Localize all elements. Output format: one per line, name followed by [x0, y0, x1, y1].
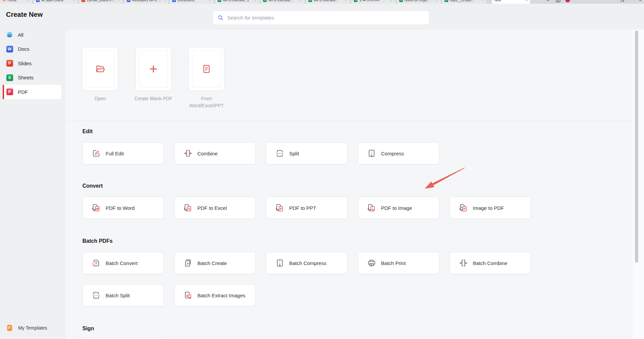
search-icon: [218, 15, 224, 21]
svg-text:S: S: [188, 207, 190, 211]
section-row: [82, 337, 553, 339]
image-to-pdf-button[interactable]: PImage to PDF: [450, 197, 531, 219]
section-row: Batch ConvertPBatch CreateBatch Compress…: [82, 252, 553, 306]
sidebar-item-slides[interactable]: PSlides: [0, 56, 66, 71]
sidebar-item-label: Sheets: [18, 75, 34, 80]
page-title: Create New: [6, 11, 43, 18]
action-button-partial[interactable]: [82, 337, 164, 339]
window-tab[interactable]: SWPS Oversea...⌄: [261, 0, 304, 4]
window-tab[interactable]: S文单 (16).xlsx⌄: [351, 0, 395, 4]
chevron-down-icon: ⌄: [481, 0, 484, 2]
combine-button[interactable]: Combine: [174, 142, 256, 164]
sidebar-item-pdf[interactable]: PPDF: [3, 85, 62, 99]
batch-print-icon: [367, 259, 376, 267]
pdf-to-excel-button[interactable]: SPDF to Excel: [174, 197, 256, 219]
tab-label: WPS Oversea...1: [223, 0, 252, 2]
chevron-down-icon: ⌄: [345, 0, 347, 2]
chevron-down-icon: ⌄: [299, 0, 302, 2]
create-card-create-blank-pdf[interactable]: [136, 47, 171, 91]
window-tab[interactable]: SWPS Oversea...⌄: [306, 0, 350, 4]
create-card-open[interactable]: [82, 47, 118, 91]
action-button-label: PDF to Image: [381, 205, 412, 211]
batch-convert-button[interactable]: Batch Convert: [82, 252, 164, 274]
pdf-to-ppt-icon: P: [275, 203, 284, 212]
batch-print-button[interactable]: Batch Print: [358, 252, 439, 274]
scrollbar-thumb[interactable]: [635, 31, 638, 263]
section-title: Convert: [82, 183, 626, 189]
section-convert: ConvertWPDF to WordSPDF to ExcelPPDF to …: [82, 183, 626, 219]
pdf-to-excel-icon: S: [184, 203, 192, 212]
split-button[interactable]: Split: [266, 142, 347, 164]
chevron-down-icon: ⌄: [209, 0, 211, 2]
window-tab[interactable]: SWPS Oversea...1⌄: [215, 0, 259, 4]
tab-label: New: [494, 0, 524, 2]
sidebar-item-sheets[interactable]: SSheets: [0, 71, 66, 85]
section-divider: [66, 120, 633, 121]
action-button-label: Batch Extract Images: [197, 293, 245, 298]
sidebar-item-my-templates[interactable]: My Templates: [6, 324, 47, 332]
sheets-badge-icon: S: [263, 0, 267, 2]
create-card-label: Open: [81, 95, 119, 102]
window-tab[interactable]: New×: [492, 0, 530, 4]
sidebar-item-all[interactable]: All: [0, 28, 66, 42]
search-input[interactable]: [227, 14, 424, 21]
window-close-button[interactable]: ×: [637, 0, 644, 4]
user-avatar[interactable]: [564, 0, 571, 4]
batch-extract-images-button[interactable]: Batch Extract Images: [174, 284, 256, 306]
window-tab[interactable]: Shttps__cs.wps...⌄: [442, 0, 486, 4]
window-tab[interactable]: WHome⌄: [0, 0, 32, 4]
create-new-panel: OpenCreate Blank PDFFrom Word/Excel/PPT …: [66, 30, 633, 339]
tab-label: Home: [7, 0, 25, 2]
action-button-label: Batch Create: [197, 260, 227, 266]
pdf-to-ppt-button[interactable]: PPDF to PPT: [266, 197, 347, 219]
all-icon: [6, 31, 13, 38]
window-tab[interactable]: PLuchler_brand Pro...⌄: [79, 0, 123, 4]
tab-label: AI Spell Check: [41, 0, 71, 2]
sheets-badge-icon: S: [445, 0, 448, 2]
window-tab[interactable]: WRevisado1 WPS O...⌄: [124, 0, 168, 4]
batch-create-button[interactable]: PBatch Create: [174, 252, 256, 274]
docs-badge-icon: W: [127, 0, 130, 2]
apps-grid-icon[interactable]: [554, 0, 562, 4]
create-card-from-word-excel-ppt[interactable]: [189, 47, 224, 91]
chevron-down-icon: ⌄: [254, 0, 257, 2]
scrollbar-track[interactable]: [633, 30, 644, 339]
chevron-down-icon: ⌄: [390, 0, 393, 2]
compress-icon: [367, 149, 376, 158]
sidebar-item-docs[interactable]: WDocs: [0, 42, 66, 57]
section-batch-pdfs: Batch PDFsBatch ConvertPBatch CreateBatc…: [82, 238, 626, 306]
full-edit-icon: [92, 149, 101, 158]
pdf-to-word-icon: W: [92, 203, 101, 212]
batch-split-button[interactable]: Batch Split: [82, 284, 164, 306]
open-folder-icon: [95, 64, 105, 74]
full-edit-button[interactable]: Full Edit: [82, 142, 164, 164]
docs-badge-icon: W: [6, 45, 13, 52]
create-card-wrap: Open: [78, 47, 122, 109]
pdf-to-word-button[interactable]: WPDF to Word: [82, 197, 164, 219]
action-button-label: Compress: [381, 151, 404, 156]
action-button-label: Batch Split: [106, 293, 130, 298]
batch-combine-button[interactable]: Batch Combine: [450, 252, 531, 274]
section-row: WPDF to WordSPDF to ExcelPPDF to PPTPDF …: [82, 197, 553, 219]
tab-close-icon[interactable]: ×: [526, 0, 528, 2]
slides-badge-icon: P: [6, 60, 13, 67]
create-card-wrap: From Word/Excel/PPT: [185, 47, 228, 109]
new-tab-button[interactable]: +: [544, 0, 552, 4]
window-tab[interactable]: WDocument1⌄: [170, 0, 214, 4]
create-card-label: From Word/Excel/PPT: [187, 95, 226, 109]
window-tab[interactable]: Snotion.so Orga...⌄: [397, 0, 441, 4]
chevron-down-icon: ⌄: [435, 0, 438, 2]
compress-button[interactable]: Compress: [358, 142, 439, 164]
window-tab[interactable]: WAI Spell Check⌄: [34, 0, 77, 4]
tab-label: 文单 (16).xlsx: [359, 0, 388, 2]
svg-text:W: W: [96, 207, 99, 211]
pdf-to-image-button[interactable]: PDF to Image: [358, 197, 439, 219]
template-search-box[interactable]: [213, 10, 429, 25]
split-icon: [275, 149, 284, 158]
batch-compress-button[interactable]: Batch Compress: [266, 252, 347, 274]
action-button-label: PDF to Word: [106, 205, 135, 211]
batch-compress-icon: [275, 259, 284, 267]
create-card-label: Create Blank PDF: [134, 95, 173, 102]
window-restore-button[interactable]: [619, 0, 626, 4]
action-button-label: Batch Combine: [473, 260, 507, 266]
